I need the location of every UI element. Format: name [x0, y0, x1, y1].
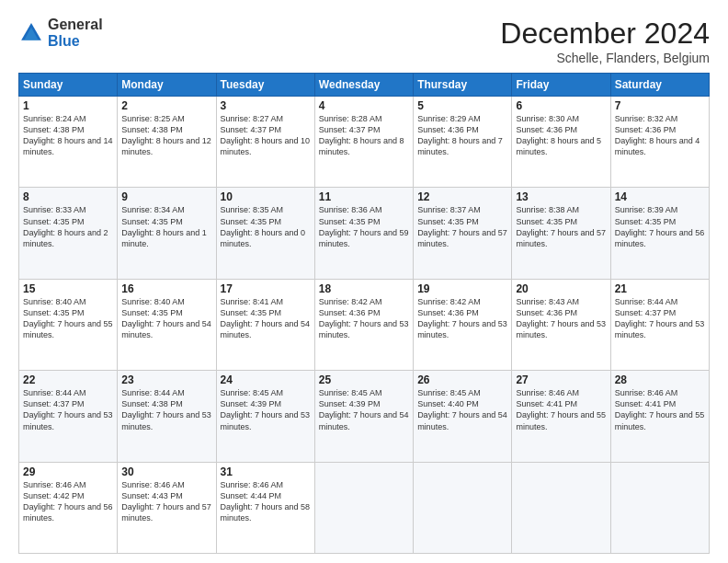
calendar-cell	[610, 462, 709, 553]
day-number: 19	[417, 282, 507, 295]
calendar-cell: 17Sunrise: 8:41 AMSunset: 4:35 PMDayligh…	[216, 279, 314, 370]
calendar-cell	[414, 462, 512, 553]
day-number: 20	[516, 282, 606, 295]
calendar-cell: 28Sunrise: 8:46 AMSunset: 4:41 PMDayligh…	[610, 371, 709, 462]
day-info: Sunrise: 8:38 AMSunset: 4:35 PMDaylight:…	[516, 204, 606, 249]
day-info: Sunrise: 8:46 AMSunset: 4:43 PMDaylight:…	[121, 479, 211, 524]
calendar-cell: 19Sunrise: 8:42 AMSunset: 4:36 PMDayligh…	[414, 279, 512, 370]
calendar-cell: 10Sunrise: 8:35 AMSunset: 4:35 PMDayligh…	[216, 188, 314, 279]
day-info: Sunrise: 8:40 AMSunset: 4:35 PMDaylight:…	[23, 296, 113, 341]
day-number: 1	[23, 99, 113, 112]
page: General Blue December 2024 Schelle, Flan…	[0, 0, 728, 563]
day-number: 16	[121, 282, 211, 295]
calendar-week-3: 15Sunrise: 8:40 AMSunset: 4:35 PMDayligh…	[19, 279, 710, 370]
calendar-table: SundayMondayTuesdayWednesdayThursdayFrid…	[18, 73, 710, 554]
logo-icon	[18, 20, 44, 46]
day-number: 9	[121, 190, 211, 203]
month-title: December 2024	[500, 17, 710, 51]
calendar-cell: 24Sunrise: 8:45 AMSunset: 4:39 PMDayligh…	[216, 371, 314, 462]
calendar-header-friday: Friday	[512, 74, 610, 97]
logo-text: General Blue	[48, 17, 103, 49]
day-info: Sunrise: 8:33 AMSunset: 4:35 PMDaylight:…	[23, 204, 113, 249]
calendar-header-sunday: Sunday	[19, 74, 118, 97]
calendar-cell: 18Sunrise: 8:42 AMSunset: 4:36 PMDayligh…	[314, 279, 413, 370]
day-info: Sunrise: 8:30 AMSunset: 4:36 PMDaylight:…	[516, 113, 606, 158]
day-info: Sunrise: 8:28 AMSunset: 4:37 PMDaylight:…	[319, 113, 409, 158]
logo-blue: Blue	[48, 33, 103, 50]
calendar-cell: 30Sunrise: 8:46 AMSunset: 4:43 PMDayligh…	[118, 462, 216, 553]
calendar-cell	[314, 462, 413, 553]
calendar-header-tuesday: Tuesday	[216, 74, 314, 97]
day-info: Sunrise: 8:43 AMSunset: 4:36 PMDaylight:…	[516, 296, 606, 341]
calendar-cell: 3Sunrise: 8:27 AMSunset: 4:37 PMDaylight…	[216, 97, 314, 188]
calendar-cell: 21Sunrise: 8:44 AMSunset: 4:37 PMDayligh…	[610, 279, 709, 370]
calendar-cell: 8Sunrise: 8:33 AMSunset: 4:35 PMDaylight…	[19, 188, 118, 279]
day-number: 18	[319, 282, 409, 295]
calendar-cell	[512, 462, 610, 553]
day-info: Sunrise: 8:46 AMSunset: 4:42 PMDaylight:…	[23, 479, 113, 524]
calendar-cell: 6Sunrise: 8:30 AMSunset: 4:36 PMDaylight…	[512, 97, 610, 188]
day-info: Sunrise: 8:46 AMSunset: 4:41 PMDaylight:…	[615, 387, 705, 432]
calendar-header-wednesday: Wednesday	[314, 74, 413, 97]
day-number: 3	[221, 99, 311, 112]
day-info: Sunrise: 8:42 AMSunset: 4:36 PMDaylight:…	[319, 296, 409, 341]
logo-general: General	[48, 17, 103, 33]
day-info: Sunrise: 8:34 AMSunset: 4:35 PMDaylight:…	[121, 204, 211, 249]
calendar-cell: 4Sunrise: 8:28 AMSunset: 4:37 PMDaylight…	[314, 97, 413, 188]
day-number: 27	[516, 373, 606, 386]
day-number: 12	[417, 190, 507, 203]
calendar-cell: 29Sunrise: 8:46 AMSunset: 4:42 PMDayligh…	[19, 462, 118, 553]
day-number: 15	[23, 282, 113, 295]
day-info: Sunrise: 8:40 AMSunset: 4:35 PMDaylight:…	[121, 296, 211, 341]
day-info: Sunrise: 8:35 AMSunset: 4:35 PMDaylight:…	[221, 204, 311, 249]
calendar-header-thursday: Thursday	[414, 74, 512, 97]
day-number: 4	[319, 99, 409, 112]
calendar-header-monday: Monday	[118, 74, 216, 97]
calendar-cell: 31Sunrise: 8:46 AMSunset: 4:44 PMDayligh…	[216, 462, 314, 553]
calendar-cell: 20Sunrise: 8:43 AMSunset: 4:36 PMDayligh…	[512, 279, 610, 370]
calendar-header-row: SundayMondayTuesdayWednesdayThursdayFrid…	[19, 74, 710, 97]
calendar-cell: 11Sunrise: 8:36 AMSunset: 4:35 PMDayligh…	[314, 188, 413, 279]
calendar-cell: 26Sunrise: 8:45 AMSunset: 4:40 PMDayligh…	[414, 371, 512, 462]
calendar-cell: 27Sunrise: 8:46 AMSunset: 4:41 PMDayligh…	[512, 371, 610, 462]
day-info: Sunrise: 8:42 AMSunset: 4:36 PMDaylight:…	[417, 296, 507, 341]
calendar-cell: 2Sunrise: 8:25 AMSunset: 4:38 PMDaylight…	[118, 97, 216, 188]
day-number: 31	[221, 465, 311, 478]
calendar-week-1: 1Sunrise: 8:24 AMSunset: 4:38 PMDaylight…	[19, 97, 710, 188]
calendar-cell: 22Sunrise: 8:44 AMSunset: 4:37 PMDayligh…	[19, 371, 118, 462]
day-number: 26	[417, 373, 507, 386]
calendar-cell: 15Sunrise: 8:40 AMSunset: 4:35 PMDayligh…	[19, 279, 118, 370]
day-info: Sunrise: 8:45 AMSunset: 4:39 PMDaylight:…	[319, 387, 409, 432]
calendar-cell: 16Sunrise: 8:40 AMSunset: 4:35 PMDayligh…	[118, 279, 216, 370]
day-number: 21	[615, 282, 705, 295]
day-info: Sunrise: 8:45 AMSunset: 4:39 PMDaylight:…	[221, 387, 311, 432]
calendar-cell: 12Sunrise: 8:37 AMSunset: 4:35 PMDayligh…	[414, 188, 512, 279]
calendar-cell: 7Sunrise: 8:32 AMSunset: 4:36 PMDaylight…	[610, 97, 709, 188]
day-number: 24	[221, 373, 311, 386]
day-info: Sunrise: 8:46 AMSunset: 4:44 PMDaylight:…	[221, 479, 311, 524]
day-info: Sunrise: 8:46 AMSunset: 4:41 PMDaylight:…	[516, 387, 606, 432]
day-info: Sunrise: 8:36 AMSunset: 4:35 PMDaylight:…	[319, 204, 409, 249]
calendar-week-5: 29Sunrise: 8:46 AMSunset: 4:42 PMDayligh…	[19, 462, 710, 553]
calendar-cell: 25Sunrise: 8:45 AMSunset: 4:39 PMDayligh…	[314, 371, 413, 462]
day-number: 6	[516, 99, 606, 112]
day-number: 28	[615, 373, 705, 386]
calendar-cell: 5Sunrise: 8:29 AMSunset: 4:36 PMDaylight…	[414, 97, 512, 188]
calendar-cell: 9Sunrise: 8:34 AMSunset: 4:35 PMDaylight…	[118, 188, 216, 279]
day-number: 2	[121, 99, 211, 112]
day-info: Sunrise: 8:45 AMSunset: 4:40 PMDaylight:…	[417, 387, 507, 432]
calendar-week-2: 8Sunrise: 8:33 AMSunset: 4:35 PMDaylight…	[19, 188, 710, 279]
day-number: 14	[615, 190, 705, 203]
day-number: 25	[319, 373, 409, 386]
calendar-cell: 1Sunrise: 8:24 AMSunset: 4:38 PMDaylight…	[19, 97, 118, 188]
calendar-header-saturday: Saturday	[610, 74, 709, 97]
day-number: 13	[516, 190, 606, 203]
day-info: Sunrise: 8:44 AMSunset: 4:38 PMDaylight:…	[121, 387, 211, 432]
day-number: 8	[23, 190, 113, 203]
logo: General Blue	[18, 17, 103, 49]
day-info: Sunrise: 8:29 AMSunset: 4:36 PMDaylight:…	[417, 113, 507, 158]
day-number: 22	[23, 373, 113, 386]
day-info: Sunrise: 8:44 AMSunset: 4:37 PMDaylight:…	[23, 387, 113, 432]
day-number: 7	[615, 99, 705, 112]
calendar-week-4: 22Sunrise: 8:44 AMSunset: 4:37 PMDayligh…	[19, 371, 710, 462]
